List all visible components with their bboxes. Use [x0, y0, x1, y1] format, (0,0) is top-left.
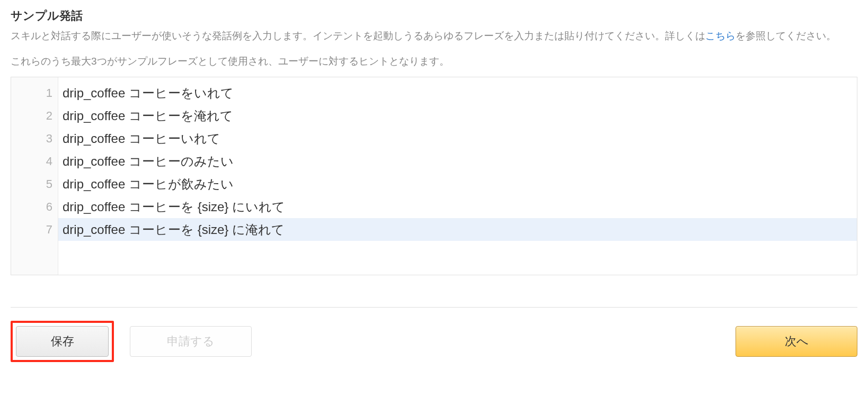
utterance-line[interactable]: drip_coffee コーヒーを淹れて	[58, 104, 857, 127]
line-number: 5	[11, 173, 58, 195]
line-number: 7	[11, 218, 58, 241]
section-description: スキルと対話する際にユーザーが使いそうな発話例を入力します。インテントを起動しう…	[11, 28, 857, 44]
submit-button: 申請する	[130, 326, 252, 357]
editor-content[interactable]: drip_coffee コーヒーをいれて drip_coffee コーヒーを淹れ…	[58, 77, 857, 275]
description-link[interactable]: こちら	[705, 30, 736, 41]
utterance-line[interactable]: drip_coffee コーヒーを {size} にいれて	[58, 195, 857, 218]
utterance-line[interactable]: drip_coffee コーヒが飲みたい	[58, 173, 857, 195]
description-text-after: を参照してください。	[736, 30, 836, 41]
button-row: 保存 申請する 次へ	[11, 321, 857, 362]
utterance-editor[interactable]: 1 2 3 4 5 6 7 drip_coffee コーヒーをいれて drip_…	[11, 77, 857, 275]
section-title: サンプル発話	[11, 8, 857, 24]
editor-gutter: 1 2 3 4 5 6 7	[11, 77, 58, 275]
description-text-before: スキルと対話する際にユーザーが使いそうな発話例を入力します。インテントを起動しう…	[11, 30, 705, 41]
utterance-line[interactable]: drip_coffee コーヒーをいれて	[58, 82, 857, 104]
save-button-highlight: 保存	[11, 321, 114, 362]
line-number: 3	[11, 127, 58, 150]
hint-text: これらのうち最大3つがサンプルフレーズとして使用され、ユーザーに対するヒントとな…	[11, 55, 857, 68]
line-number: 4	[11, 150, 58, 173]
utterance-line[interactable]: drip_coffee コーヒーのみたい	[58, 150, 857, 173]
line-number: 2	[11, 104, 58, 127]
line-number: 1	[11, 82, 58, 104]
next-button[interactable]: 次へ	[736, 326, 857, 357]
utterance-line[interactable]: drip_coffee コーヒーいれて	[58, 127, 857, 150]
line-number: 6	[11, 195, 58, 218]
save-button[interactable]: 保存	[16, 326, 109, 357]
utterance-line[interactable]: drip_coffee コーヒーを {size} に淹れて	[58, 218, 857, 241]
divider	[11, 307, 857, 308]
